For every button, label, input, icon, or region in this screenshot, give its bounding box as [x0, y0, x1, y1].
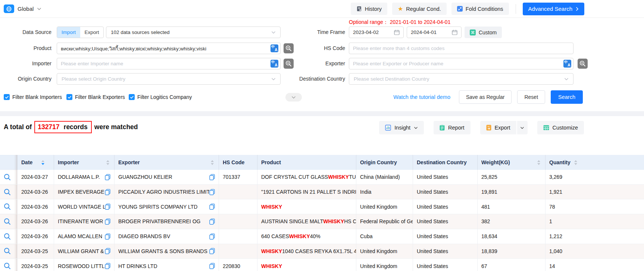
sort-asc-icon[interactable] — [537, 160, 540, 162]
exporter-name[interactable]: DIAGEO BRANDS BV — [118, 233, 170, 239]
fold-conditions-button[interactable]: Fold Conditions — [451, 3, 509, 15]
sort-desc-icon[interactable] — [106, 163, 109, 165]
region-selector[interactable]: Global — [4, 4, 41, 13]
exporter-name[interactable]: PICCADILY AGRO INDUSTRIES LIMITE — [118, 189, 209, 195]
copy-icon[interactable] — [105, 233, 110, 240]
sort-control[interactable] — [41, 160, 44, 165]
custom-range-button[interactable]: ⌘ Custom — [465, 27, 502, 38]
date-start-input[interactable]: 2023-04-02 — [349, 27, 404, 38]
importer-name[interactable]: IMPEX BEVERAGE — [58, 189, 104, 195]
copy-icon[interactable] — [209, 233, 215, 240]
copy-icon[interactable] — [209, 218, 215, 225]
hs-code-input[interactable] — [349, 43, 573, 54]
copy-icon[interactable] — [105, 174, 110, 180]
importer-field: 中A — [57, 58, 281, 69]
cell-quantity: 1 — [545, 214, 644, 229]
copy-icon[interactable] — [105, 263, 110, 269]
sort-desc-icon[interactable] — [211, 163, 214, 165]
view-details-icon[interactable] — [4, 189, 11, 196]
insight-button[interactable]: Insight — [379, 121, 424, 134]
product-text-pre: "1921 CARTONS IN 21 PALLET S INDRI — [261, 189, 356, 195]
importer-name[interactable]: ITINERANTE WOR — [58, 218, 103, 224]
copy-icon[interactable] — [105, 189, 110, 195]
date-end-input[interactable]: 2024-04-01 — [407, 27, 462, 38]
importer-label: Importer — [0, 58, 51, 69]
exporter-name[interactable]: WILLIAM GRANTS & SONS BRANDS — [118, 248, 207, 254]
sort-asc-icon[interactable] — [41, 160, 44, 162]
sort-desc-icon[interactable] — [41, 163, 44, 165]
reset-button[interactable]: Reset — [517, 90, 545, 104]
view-details-icon[interactable] — [4, 218, 11, 225]
sort-asc-icon[interactable] — [211, 160, 214, 162]
cell-weight: 18,634 — [478, 229, 545, 244]
translate-icon[interactable]: 中A — [271, 44, 278, 52]
search-button[interactable]: Search — [551, 90, 583, 104]
copy-icon[interactable] — [209, 174, 215, 180]
sort-control[interactable] — [574, 160, 577, 165]
exporter-name[interactable]: GUANGZHOU KELIER — [118, 174, 172, 180]
filter-blank-importers-checkbox[interactable]: Filter Blank Importers — [4, 94, 62, 100]
sort-asc-icon[interactable] — [106, 160, 109, 162]
tutorial-demo-link[interactable]: Watch the tutorial demo — [393, 94, 450, 100]
sort-desc-icon[interactable] — [537, 163, 540, 165]
copy-icon[interactable] — [209, 203, 215, 210]
importer-input[interactable] — [57, 58, 281, 69]
importer-name[interactable]: ALAMO MCALLEN — [58, 233, 102, 239]
product-text-post: TU — [349, 174, 356, 180]
copy-icon[interactable] — [105, 218, 110, 225]
data-sources-select[interactable]: 102 data sources selected — [106, 27, 281, 38]
save-as-regular-button[interactable]: Save as Regular — [459, 90, 512, 104]
exporter-name[interactable]: HT DRINKS LTD — [118, 263, 157, 269]
fuzzy-match-icon[interactable] — [578, 59, 588, 69]
calendar-icon[interactable] — [452, 29, 457, 35]
exporter-name[interactable]: YOUNG SPIRITS COMPANY LTD — [118, 204, 197, 210]
exporter-input[interactable] — [349, 58, 573, 69]
data-source-import-tab[interactable]: Import — [57, 27, 80, 38]
view-details-icon[interactable] — [4, 174, 11, 181]
importer-name[interactable]: WORLD VINTAGE L — [58, 204, 105, 210]
export-button[interactable]: Export — [480, 121, 516, 134]
cell-quantity: 78 — [545, 199, 644, 214]
origin-country-select[interactable]: Please select Origin Country — [57, 73, 281, 85]
filter-blank-exporters-checkbox[interactable]: Filter Blank Exporters — [66, 94, 125, 100]
sort-desc-icon[interactable] — [574, 163, 577, 165]
view-details-icon[interactable] — [4, 262, 11, 270]
copy-icon[interactable] — [105, 248, 110, 254]
view-details-icon[interactable] — [4, 233, 11, 240]
filter-logistics-company-checkbox[interactable]: Filter Logitics Company — [129, 94, 192, 100]
copy-icon[interactable] — [209, 263, 215, 269]
regular-conditions-button[interactable]: ★ Regular Cond. — [392, 3, 447, 15]
customize-button[interactable]: Customize — [537, 121, 584, 134]
sort-asc-icon[interactable] — [574, 160, 577, 162]
advanced-search-button[interactable]: Advanced Search — [523, 3, 584, 15]
copy-icon[interactable] — [209, 189, 215, 195]
view-details-icon[interactable] — [4, 203, 11, 210]
cell-quantity: 14 — [545, 259, 644, 271]
history-button[interactable]: History — [351, 3, 387, 15]
destination-country-select[interactable]: Please select Destination Country — [349, 73, 573, 85]
sort-control[interactable] — [537, 160, 540, 165]
product-input[interactable] — [57, 43, 281, 54]
export-options-button[interactable] — [516, 121, 528, 134]
report-button[interactable]: Report — [434, 121, 471, 134]
translate-icon[interactable]: 中A — [271, 60, 278, 68]
copy-icon[interactable] — [209, 248, 215, 254]
data-source-export-tab[interactable]: Export — [80, 27, 103, 38]
sort-control[interactable] — [211, 160, 214, 165]
cell-destination-country: United States — [413, 214, 478, 229]
collapse-conditions-button[interactable] — [285, 93, 302, 102]
copy-icon[interactable] — [105, 203, 110, 210]
exporter-name[interactable]: BROGER PRIVATBRENNEREI OG — [118, 218, 200, 224]
view-details-icon[interactable] — [4, 247, 11, 255]
importer-name[interactable]: DOLLARAMA L.P. — [58, 174, 100, 180]
translate-icon[interactable]: 中A — [563, 60, 571, 68]
history-icon — [356, 6, 362, 12]
sort-control[interactable] — [106, 160, 109, 165]
column-header-quantity: Quantity — [545, 155, 644, 170]
cell-origin-country: United Kingdom — [356, 244, 413, 259]
importer-name[interactable]: WILLIAM GRANT & — [58, 248, 104, 254]
section-divider — [0, 111, 644, 116]
importer-name[interactable]: ROSEWOOD LITTL — [58, 263, 104, 269]
results-prefix: A total of — [4, 123, 32, 131]
calendar-icon[interactable] — [394, 29, 400, 35]
